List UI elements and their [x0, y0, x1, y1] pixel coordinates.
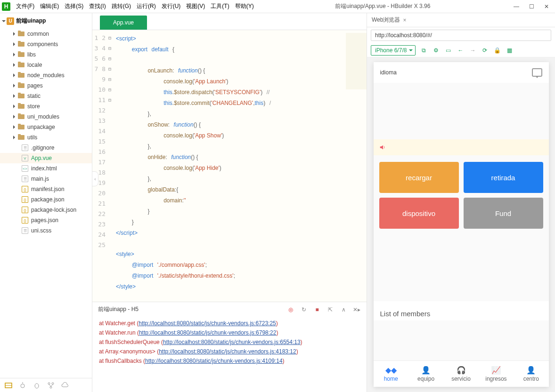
file-.gitignore[interactable]: ☰.gitignore — [0, 143, 92, 153]
menu-help[interactable]: 帮助(Y) — [233, 1, 256, 11]
back-icon[interactable]: ← — [456, 46, 465, 55]
folder-locale[interactable]: locale — [0, 60, 92, 70]
menu-edit[interactable]: 编辑(E) — [38, 1, 61, 11]
file-package.json[interactable]: {}package.json — [0, 194, 92, 205]
console-line[interactable]: at Watcher.get (http://localhost:8080/st… — [99, 319, 360, 328]
bug2-icon[interactable] — [33, 382, 41, 389]
url-input[interactable] — [371, 30, 551, 41]
device-button[interactable]: dispositivo — [379, 198, 459, 229]
folder-label: static — [27, 93, 41, 99]
menu-tool[interactable]: 工具(T) — [209, 1, 231, 11]
tab-appvue[interactable]: App.vue — [100, 16, 147, 30]
file-label: App.vue — [31, 155, 52, 161]
menu-publish[interactable]: 发行(U) — [160, 1, 183, 11]
withdraw-button[interactable]: retirada — [464, 162, 543, 193]
console-line[interactable]: at flushSchedulerQueue (http://localhost… — [99, 337, 360, 347]
menu-run[interactable]: 运行(R) — [135, 1, 158, 11]
collapse-up-icon[interactable]: ∧ — [339, 305, 348, 314]
menu-find[interactable]: 查找(I) — [87, 1, 107, 11]
console-line[interactable]: at Array.<anonymous> (http://localhost:8… — [99, 347, 360, 356]
file-icon: ☰ — [22, 144, 28, 151]
nav-home[interactable]: ◆◆home — [374, 361, 408, 387]
grid-icon[interactable]: ▦ — [505, 46, 514, 55]
members-heading: List of members — [374, 301, 549, 320]
chevron-right-icon — [13, 73, 15, 77]
line-numbers: 1 2 3 4 5 6 7 8 9 10 11 12 13 14 15 16 1… — [92, 30, 108, 302]
branch-icon[interactable] — [47, 382, 55, 389]
lock-icon[interactable]: 🔒 — [493, 46, 501, 55]
console-output[interactable]: at Watcher.get (http://localhost:8080/st… — [92, 317, 367, 392]
gear-icon[interactable]: ⚙ — [432, 46, 440, 55]
menu-goto[interactable]: 跳转(G) — [110, 1, 133, 11]
folder-icon — [18, 114, 24, 119]
chevron-right-icon — [13, 42, 15, 46]
refresh-icon[interactable]: ⟳ — [481, 46, 489, 55]
restart-icon[interactable]: ↻ — [300, 305, 308, 314]
menu-view[interactable]: 视图(V) — [184, 1, 207, 11]
file-App.vue[interactable]: VApp.vue — [0, 153, 92, 163]
chevron-right-icon — [13, 32, 15, 36]
folder-label: store — [27, 103, 40, 110]
preview-tab-label[interactable]: Web浏览器 — [372, 16, 400, 24]
notice-strip[interactable] — [374, 139, 549, 155]
folder-components[interactable]: components — [0, 39, 92, 49]
folder-uni_modules[interactable]: uni_modules — [0, 112, 92, 122]
console-line[interactable]: at flushCallbacks (http://localhost:8080… — [99, 356, 360, 366]
folder-label: pages — [27, 82, 43, 89]
cloud-icon[interactable] — [61, 382, 69, 389]
file-index.html[interactable]: <>index.html — [0, 163, 92, 174]
nav-income[interactable]: 📈ingresos — [479, 361, 514, 387]
nav-service[interactable]: 🎧servicio — [443, 361, 478, 387]
project-root[interactable]: U 前端uinapp — [0, 13, 92, 29]
menu-file[interactable]: 文件(F) — [14, 1, 36, 11]
maximize-button[interactable]: ☐ — [525, 2, 538, 11]
minimize-button[interactable]: — — [510, 2, 523, 11]
file-manifest.json[interactable]: {}manifest.json — [0, 184, 92, 194]
file-tree: commoncomponentslibslocalenode_modulespa… — [0, 29, 92, 378]
close-console-icon[interactable]: ✕▸ — [352, 305, 361, 314]
export-icon[interactable]: ⇱ — [326, 305, 335, 314]
forward-icon[interactable]: → — [468, 46, 477, 55]
close-preview-icon[interactable]: × — [403, 17, 406, 24]
recharge-button[interactable]: recargar — [379, 162, 459, 193]
device-selector[interactable]: iPhone 6/7/8 — [371, 45, 416, 56]
menu-select[interactable]: 选择(S) — [63, 1, 85, 11]
file-uni.scss[interactable]: ☰uni.scss — [0, 225, 92, 236]
code-editor[interactable]: ‹ 1 2 3 4 5 6 7 8 9 10 11 12 13 14 15 16… — [92, 30, 367, 302]
stop-icon[interactable]: ■ — [313, 305, 321, 314]
file-pages.json[interactable]: {}pages.json — [0, 215, 92, 225]
file-main.js[interactable]: ☰main.js — [0, 174, 92, 184]
nav-center[interactable]: 👤centro — [514, 361, 548, 387]
drawer-icon[interactable] — [5, 382, 12, 389]
file-icon: {} — [22, 196, 28, 203]
folder-utils[interactable]: utils — [0, 132, 92, 143]
bug-icon[interactable] — [19, 382, 26, 389]
code-content[interactable]: <script> export default { onLaunch: func… — [114, 30, 367, 302]
file-label: package-lock.json — [31, 207, 76, 213]
bottom-nav: ◆◆home 👤equipo 🎧servicio 📈ingresos 👤cent… — [374, 360, 549, 387]
preview-panel: Web浏览器 × iPhone 6/7/8 ⧉ ⚙ ▭ ← → ⟳ 🔒 ▦ id… — [367, 13, 555, 392]
folder-icon — [18, 52, 24, 57]
file-package-lock.json[interactable]: {}package-lock.json — [0, 205, 92, 215]
screen-icon[interactable]: ▭ — [444, 46, 452, 55]
chat-icon[interactable] — [532, 68, 542, 77]
collapse-sidebar-button[interactable]: ‹ — [92, 171, 98, 186]
folder-libs[interactable]: libs — [0, 49, 92, 60]
folder-node_modules[interactable]: node_modules — [0, 70, 92, 80]
folder-pages[interactable]: pages — [0, 80, 92, 91]
folder-common[interactable]: common — [0, 29, 92, 39]
open-external-icon[interactable]: ⧉ — [419, 46, 428, 55]
folder-static[interactable]: static — [0, 91, 92, 101]
target-icon[interactable]: ◎ — [286, 305, 295, 314]
minimap[interactable] — [346, 33, 367, 89]
chevron-right-icon — [13, 53, 15, 56]
nav-team[interactable]: 👤equipo — [408, 361, 443, 387]
nav-service-label: servicio — [451, 376, 471, 382]
folder-unpackage[interactable]: unpackage — [0, 122, 92, 132]
fund-button[interactable]: Fund — [464, 198, 543, 229]
close-button[interactable]: ✕ — [540, 2, 553, 11]
file-icon: {} — [22, 186, 28, 192]
folder-store[interactable]: store — [0, 101, 92, 112]
console-line[interactable]: at Watcher.run (http://localhost:8080/st… — [99, 328, 360, 337]
file-label: .gitignore — [31, 144, 54, 151]
